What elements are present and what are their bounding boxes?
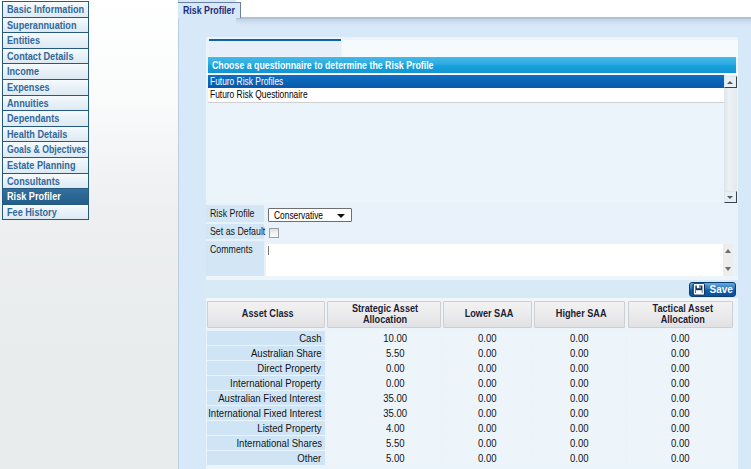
svg-text:Save: Save <box>709 284 733 295</box>
